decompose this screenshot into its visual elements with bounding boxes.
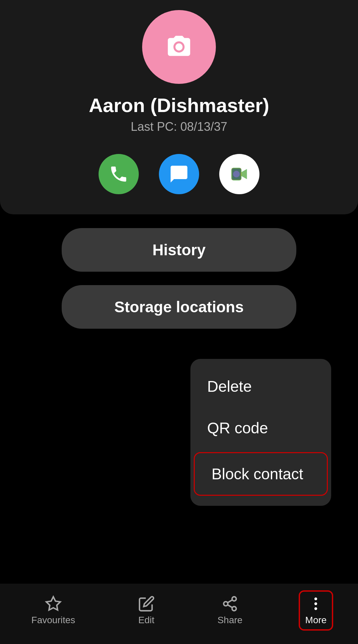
nav-share[interactable]: Share (218, 595, 243, 626)
message-button[interactable] (159, 154, 199, 194)
camera-icon (166, 34, 192, 60)
menu-section: History Storage locations (0, 228, 358, 329)
svg-line-8 (228, 605, 232, 607)
storage-locations-button[interactable]: Storage locations (62, 285, 296, 329)
message-icon (169, 164, 189, 184)
more-icon (307, 595, 324, 612)
dropdown-menu: Delete QR code Block contact (190, 359, 331, 506)
nav-more-label: More (305, 615, 327, 626)
nav-favourites[interactable]: Favourites (32, 595, 75, 626)
svg-point-11 (314, 602, 317, 605)
call-button[interactable] (99, 154, 139, 194)
star-icon (45, 595, 62, 612)
svg-point-5 (232, 597, 236, 601)
nav-more[interactable]: More (305, 595, 327, 626)
svg-point-12 (314, 607, 317, 610)
nav-share-label: Share (218, 615, 243, 626)
nav-favourites-label: Favourites (32, 615, 75, 626)
nav-edit[interactable]: Edit (138, 595, 155, 626)
qr-code-option[interactable]: QR code (190, 407, 331, 449)
block-contact-option[interactable]: Block contact (194, 452, 328, 496)
svg-point-10 (314, 597, 317, 600)
delete-option[interactable]: Delete (190, 366, 331, 407)
svg-line-9 (228, 600, 232, 603)
contact-card: Aaron (Dishmaster) Last PC: 08/13/37 (0, 0, 358, 214)
svg-point-6 (224, 602, 228, 606)
nav-edit-label: Edit (138, 615, 154, 626)
phone-icon (109, 164, 129, 184)
edit-icon (138, 595, 155, 612)
action-buttons (99, 154, 259, 194)
contact-name: Aaron (Dishmaster) (89, 94, 269, 116)
history-button[interactable]: History (62, 228, 296, 272)
bottom-navigation: Favourites Edit Share More (0, 584, 358, 644)
video-button[interactable] (219, 154, 259, 194)
avatar (142, 10, 216, 84)
svg-point-7 (232, 606, 236, 611)
svg-marker-4 (46, 597, 60, 610)
video-call-icon (229, 164, 249, 184)
share-icon (222, 595, 238, 612)
contact-subtitle: Last PC: 08/13/37 (131, 120, 227, 134)
